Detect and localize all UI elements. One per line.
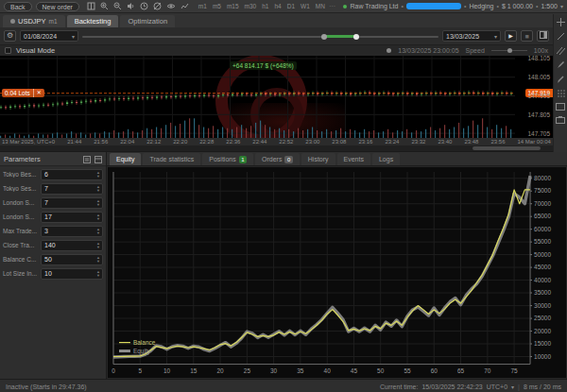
param-value: 140 [44, 242, 56, 248]
slider-handle-start[interactable] [321, 34, 327, 40]
svg-text:25000: 25000 [534, 315, 551, 321]
tab-badge: 0 [284, 156, 292, 163]
chart-layout-icon[interactable] [87, 2, 95, 10]
tab-optimization[interactable]: Optimization [120, 15, 175, 27]
tab-equity[interactable]: Equity [110, 153, 141, 165]
close-position-icon[interactable]: ✕ [33, 89, 42, 97]
svg-text:70000: 70000 [534, 200, 551, 207]
tab-label: Events [344, 156, 364, 162]
svg-text:50: 50 [377, 367, 385, 374]
tab-trade-statistics[interactable]: Trade statistics [143, 153, 200, 165]
trendline-icon[interactable] [557, 32, 565, 41]
bullet: • [496, 3, 498, 9]
play-button[interactable]: ▶ [505, 30, 517, 42]
volume-icon[interactable] [127, 2, 135, 10]
svg-text:20: 20 [216, 367, 224, 374]
param-stepper[interactable]: ▲▼ [96, 242, 100, 248]
tab-backtesting[interactable]: Backtesting [67, 15, 119, 27]
param-row: Tokyo Ses...7▲▼ [3, 182, 103, 195]
param-input[interactable]: 3▲▼ [41, 226, 103, 237]
toolbar-overflow[interactable]: ⋯ [329, 3, 335, 10]
param-stepper[interactable]: ▲▼ [96, 185, 100, 192]
param-stepper[interactable]: ▲▼ [96, 213, 100, 220]
indicators-icon[interactable] [180, 2, 189, 10]
param-input[interactable]: 140▲▼ [41, 240, 103, 251]
tab-symbol-label: USDJPY [18, 17, 46, 26]
equity-chart-canvas[interactable]: 0510152025303540455055606570751000015000… [108, 167, 566, 379]
equity-chart[interactable]: 0510152025303540455055606570751000015000… [108, 167, 566, 378]
chart-scrollbar[interactable] [0, 145, 553, 151]
grid-dots-icon[interactable] [557, 89, 565, 97]
timeline-handle[interactable] [387, 48, 391, 53]
timeframe-h1[interactable]: h1 [262, 3, 268, 9]
results-panel: EquityTrade statisticsPositions1Orders0H… [107, 152, 567, 379]
tab-usdjpy-m1[interactable]: USDJPY m1 [3, 15, 65, 27]
param-input[interactable]: 7▲▼ [41, 183, 103, 195]
param-input[interactable]: 10▲▼ [41, 268, 103, 280]
param-stepper[interactable]: ▲▼ [96, 171, 100, 178]
tab-events[interactable]: Events [337, 153, 370, 165]
export-params-icon[interactable] [94, 150, 102, 167]
slider-track[interactable] [82, 36, 438, 38]
panel-toggle-button[interactable] [537, 30, 549, 42]
price-chart[interactable]: +64 814.17 $ (+648%) 0.04 Lots ✕ 147.919… [0, 56, 553, 138]
timeframe-MN[interactable]: MN [316, 3, 325, 9]
open-position-label[interactable]: 0.04 Lots ✕ [2, 89, 44, 97]
screenshot-icon[interactable] [556, 116, 565, 124]
timeframe-h4[interactable]: h4 [274, 3, 281, 9]
scrollbar-handle[interactable] [472, 146, 541, 150]
channel-icon[interactable] [557, 46, 565, 55]
tab-label: History [308, 156, 329, 162]
zoom-out-icon[interactable] [113, 2, 122, 10]
param-input[interactable]: 50▲▼ [41, 254, 103, 265]
tab-orders[interactable]: Orders0 [255, 153, 300, 165]
current-time-label: Current time: [380, 383, 418, 390]
stop-button[interactable]: ■ [521, 30, 533, 42]
rectangle-tool-icon[interactable] [556, 103, 565, 111]
param-stepper[interactable]: ▲▼ [96, 199, 100, 206]
timeframe-m1[interactable]: m1 [198, 3, 207, 9]
tab-logs[interactable]: Logs [372, 153, 400, 165]
back-button[interactable]: Back [4, 2, 32, 11]
crosshair-icon[interactable] [557, 18, 565, 26]
timezone[interactable]: UTC+0 [487, 383, 507, 390]
zoom-in-icon[interactable] [100, 2, 109, 10]
timeframe-m15[interactable]: m15 [227, 3, 239, 9]
param-stepper[interactable]: ▲▼ [96, 256, 100, 263]
date-range-slider[interactable] [82, 30, 438, 42]
speed-slider[interactable] [491, 47, 527, 54]
slider-selected-range [324, 35, 356, 38]
account-selector[interactable]: Raw Trading Ltd • • Hedging • $ 1 000.00… [343, 3, 563, 9]
timeframe-m30[interactable]: m30 [245, 3, 257, 9]
connection-status-dot [343, 5, 347, 9]
tab-label: Orders [262, 156, 282, 162]
gear-icon[interactable]: ⚙ [4, 30, 16, 42]
end-date-input[interactable]: 13/03/2025 ▾ [442, 30, 501, 42]
globe-off-icon[interactable] [153, 2, 162, 10]
bottom-section: Parameters Tokyo Bes...6▲▼Tokyo Ses...7▲… [0, 151, 567, 379]
pencil-icon[interactable] [557, 75, 565, 83]
svg-text:Balance: Balance [133, 339, 156, 346]
timeframe-W1[interactable]: W1 [301, 3, 310, 9]
new-order-button[interactable]: New order [36, 2, 79, 11]
time-axis: 13 Mar 2025, UTC+021:4421:5622:0422:1222… [0, 138, 553, 145]
visual-mode-checkbox[interactable] [5, 47, 11, 54]
end-date-value: 13/03/2025 [446, 33, 479, 40]
param-stepper[interactable]: ▲▼ [96, 270, 100, 277]
tab-positions[interactable]: Positions1 [202, 153, 253, 165]
param-input[interactable]: 17▲▼ [41, 212, 103, 223]
timeframe-D1[interactable]: D1 [287, 3, 295, 9]
param-input[interactable]: 7▲▼ [41, 197, 103, 209]
eye-icon[interactable] [166, 2, 176, 10]
param-row: London S...17▲▼ [3, 211, 103, 223]
param-stepper[interactable]: ▲▼ [96, 228, 100, 234]
brush-icon[interactable] [557, 60, 565, 69]
start-date-input[interactable]: 01/08/2024 ▾ [20, 30, 78, 42]
tab-history[interactable]: History [301, 153, 335, 165]
time-axis-label: 23:08 [332, 139, 346, 145]
param-input[interactable]: 6▲▼ [41, 169, 103, 180]
slider-handle-end[interactable] [353, 34, 359, 40]
clock-icon[interactable] [140, 2, 148, 10]
import-params-icon[interactable] [83, 150, 91, 167]
timeframe-m5[interactable]: m5 [213, 3, 221, 9]
